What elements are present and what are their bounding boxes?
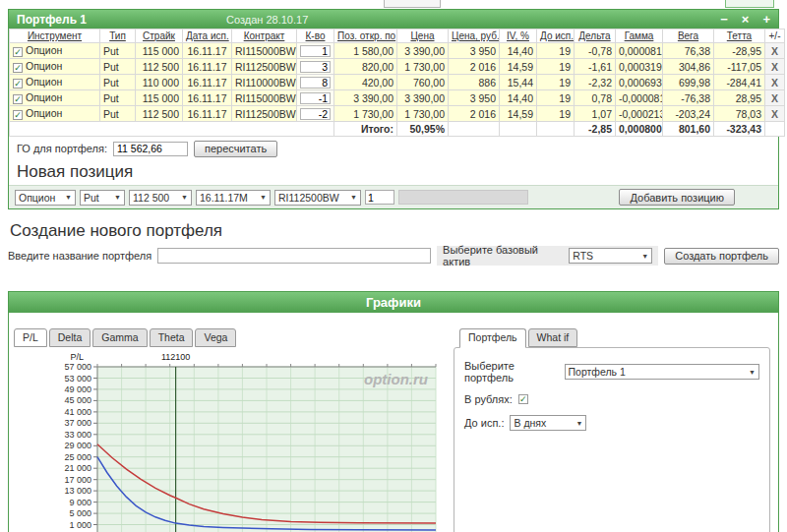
svg-text:9 000: 9 000: [69, 498, 91, 507]
minimize-icon[interactable]: −: [720, 13, 728, 26]
instrument-select[interactable]: Опцион▼: [15, 190, 76, 206]
portfolio-name-input[interactable]: [157, 248, 431, 264]
instrument-cell: ✓Опцион: [10, 90, 100, 106]
column-header[interactable]: Вега: [663, 30, 714, 43]
delete-row-button[interactable]: X: [765, 90, 785, 106]
column-header[interactable]: Цена, руб.: [449, 30, 500, 43]
disabled-price-field: [398, 190, 528, 205]
price-cell: 3 390,00: [397, 43, 449, 59]
column-header[interactable]: Страйк: [136, 30, 183, 43]
column-header[interactable]: До исп.: [537, 30, 575, 43]
expiry-select[interactable]: 16.11.17M▼: [196, 190, 271, 206]
tab-gamma[interactable]: Gamma: [92, 328, 147, 347]
add-position-button[interactable]: Добавить позицию: [619, 189, 735, 206]
delete-row-button[interactable]: X: [765, 59, 785, 75]
column-header[interactable]: Цена: [397, 30, 449, 43]
contract-select[interactable]: RI112500BW▼: [274, 190, 361, 206]
chevron-down-icon: ▼: [350, 194, 357, 201]
column-header[interactable]: Дата исп.: [183, 30, 232, 43]
column-header[interactable]: Тип: [100, 30, 136, 43]
portfolio-panel: Портфель 1 Создан 28.10.17 − × + Инструм…: [8, 9, 779, 209]
price-rub-cell: 2 016: [449, 106, 500, 122]
row-checkbox[interactable]: ✓: [13, 47, 23, 57]
recalc-button[interactable]: пересчитать: [194, 141, 277, 157]
row-checkbox[interactable]: ✓: [13, 79, 23, 89]
chart-area: P/L Delta Gamma Theta Vega 57 00053 0004…: [11, 328, 444, 532]
gamma-cell: -0,000213: [616, 106, 663, 122]
margin-label: ГО для портфеля:: [17, 143, 107, 154]
date-cell: 16.11.17: [183, 90, 232, 106]
rubles-checkbox[interactable]: ✓: [518, 394, 528, 404]
column-header[interactable]: Контракт: [232, 30, 297, 43]
qty-input[interactable]: [300, 108, 331, 120]
qty-cell: [297, 43, 334, 59]
margin-input[interactable]: [113, 142, 188, 156]
tab-theta[interactable]: Theta: [150, 328, 194, 347]
column-header[interactable]: IV, %: [500, 30, 537, 43]
add-icon[interactable]: +: [762, 13, 770, 26]
theta-cell: -284,41: [714, 75, 765, 90]
new-position-qty-input[interactable]: [365, 190, 394, 205]
qty-input[interactable]: [300, 77, 331, 89]
totals-row: Итого: 50,95% -2,85 0,000800 801,60 -323…: [10, 122, 785, 137]
svg-text:25 000: 25 000: [64, 452, 91, 462]
column-header[interactable]: Дельта: [575, 30, 616, 43]
delete-row-button[interactable]: X: [765, 75, 785, 90]
close-icon[interactable]: ×: [742, 13, 750, 26]
strike-select[interactable]: 112 500▼: [129, 190, 192, 206]
positions-table: ИнструментТипСтрайкДата исп.КонтрактК-во…: [9, 29, 785, 137]
vega-cell: 76,38: [663, 43, 714, 59]
tab-pl[interactable]: P/L: [14, 328, 47, 347]
instrument-cell: ✓Опцион: [10, 43, 100, 59]
row-checkbox[interactable]: ✓: [13, 63, 23, 73]
column-header[interactable]: Гамма: [616, 30, 663, 43]
price-rub-cell: 886: [449, 75, 500, 90]
svg-text:112100: 112100: [161, 352, 190, 362]
qty-input[interactable]: [300, 45, 331, 57]
column-header[interactable]: К-во: [297, 30, 334, 43]
tab-what-if[interactable]: What if: [528, 328, 578, 347]
open-price-cell: 420,00: [334, 75, 397, 90]
qty-input[interactable]: [300, 92, 331, 104]
base-asset-select[interactable]: RTS▼: [569, 248, 652, 264]
svg-text:17 000: 17 000: [64, 475, 91, 485]
position-row: ✓ОпционPut115 00016.11.17RI115000BW73 39…: [10, 90, 785, 106]
strike-cell: 115 000: [136, 90, 183, 106]
qty-cell: [297, 59, 334, 75]
strike-cell: 112 500: [136, 59, 183, 75]
row-checkbox[interactable]: ✓: [13, 94, 23, 104]
type-select[interactable]: Put▼: [80, 190, 125, 206]
rubles-label: В рублях:: [464, 393, 513, 405]
instrument-cell: ✓Опцион: [10, 106, 100, 122]
chart-tabs: P/L Delta Gamma Theta Vega: [14, 328, 444, 347]
open-price-cell: 3 390,00: [334, 90, 397, 106]
tab-portfolio[interactable]: Портфель: [459, 328, 526, 348]
theta-cell: -117,05: [714, 59, 765, 75]
gamma-cell: 0,000693: [616, 75, 663, 90]
row-checkbox[interactable]: ✓: [13, 110, 23, 120]
svg-text:45 000: 45 000: [64, 395, 91, 405]
delta-cell: -2,32: [575, 75, 616, 90]
new-position-heading: Новая позиция: [17, 162, 778, 182]
price-cell: 3 390,00: [397, 90, 449, 106]
delete-row-button[interactable]: X: [765, 43, 785, 59]
qty-input[interactable]: [300, 61, 331, 73]
tab-vega[interactable]: Vega: [195, 328, 236, 347]
days-select[interactable]: В днях▼: [510, 415, 586, 431]
charts-panel: Графики P/L Delta Gamma Theta Vega 57 00…: [8, 291, 779, 532]
portfolio-created-date: Создан 28.10.17: [226, 14, 308, 26]
qty-cell: [297, 106, 334, 122]
create-portfolio-button[interactable]: Создать портфель: [664, 248, 779, 265]
column-header[interactable]: Инструмент: [10, 30, 100, 43]
vega-cell: -203,24: [663, 106, 714, 122]
settings-tabs: Портфель What if: [459, 328, 770, 347]
total-theta: -323,43: [714, 122, 765, 137]
column-header[interactable]: Поз. откр. по: [334, 30, 397, 43]
portfolio-select[interactable]: Портфель 1▼: [565, 364, 759, 380]
iv-cell: 14,59: [500, 59, 537, 75]
svg-text:29 000: 29 000: [64, 441, 91, 450]
tab-delta[interactable]: Delta: [49, 328, 91, 347]
delete-row-button[interactable]: X: [765, 106, 785, 122]
chevron-down-icon: ▼: [576, 420, 583, 427]
column-header[interactable]: Тетта: [714, 30, 765, 43]
